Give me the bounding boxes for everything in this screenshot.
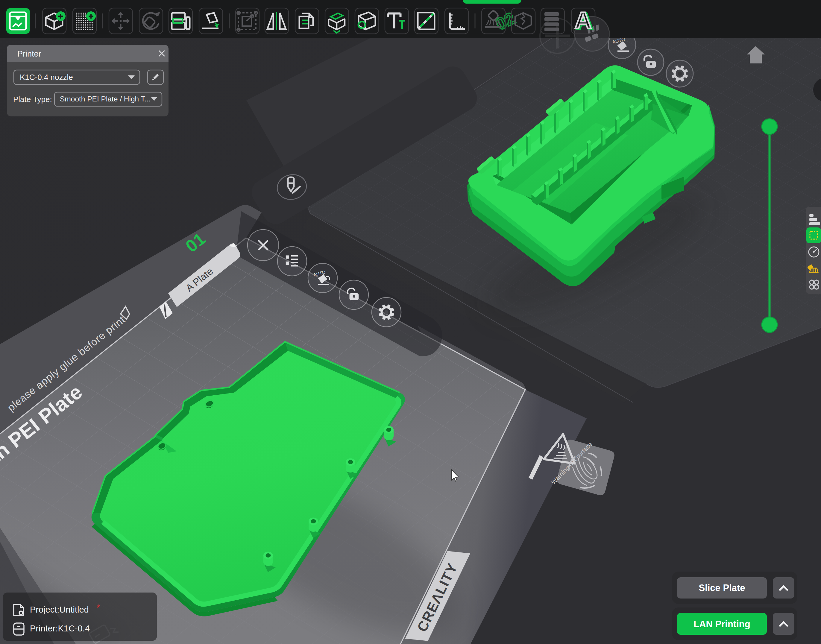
svg-text:A: A — [575, 7, 591, 34]
svg-text:*: * — [97, 603, 100, 612]
svg-text:Plate Type:: Plate Type: — [13, 95, 52, 104]
svg-text:Printer: Printer — [17, 49, 41, 58]
svg-text:K1C-0.4 nozzle: K1C-0.4 nozzle — [20, 73, 73, 82]
svg-text:Project:Untitled: Project:Untitled — [30, 605, 89, 614]
svg-text:Smooth PEI Plate / High T...: Smooth PEI Plate / High T... — [60, 95, 150, 103]
svg-text:Slice Plate: Slice Plate — [698, 583, 745, 593]
svg-text:LAN Printing: LAN Printing — [694, 619, 750, 629]
svg-text:Printer:K1C-0.4: Printer:K1C-0.4 — [30, 624, 90, 633]
